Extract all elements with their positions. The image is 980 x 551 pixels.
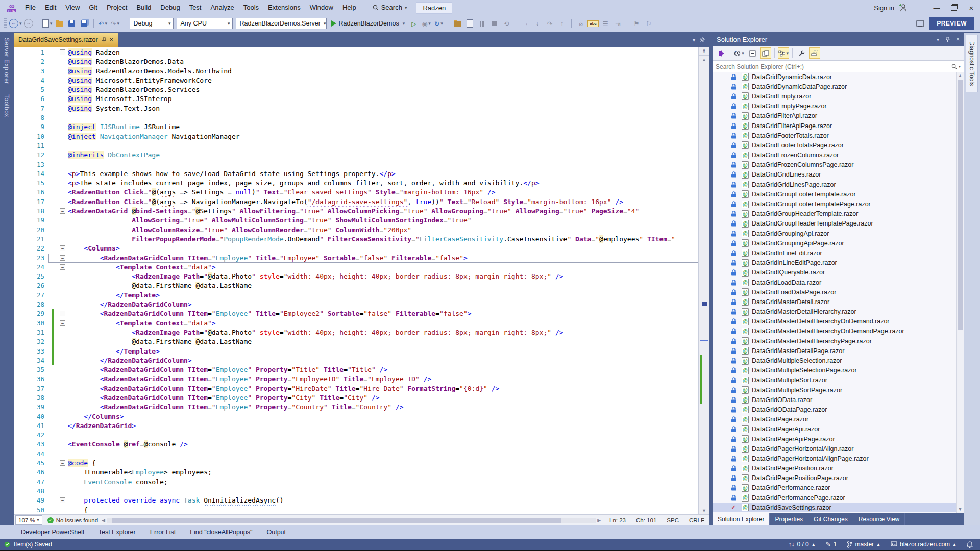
- file-item[interactable]: @DataGridPagerHorizontalAlign.razor: [713, 444, 964, 454]
- pending-changes-filter-icon[interactable]: [733, 47, 745, 59]
- menu-item-test[interactable]: Test: [185, 0, 206, 15]
- file-item[interactable]: @DataGridGroupHeaderTemplate.razor: [713, 209, 964, 219]
- code-line-29[interactable]: 29− <RadzenDataGridColumn TItem="Employe…: [14, 309, 698, 318]
- new-project-icon[interactable]: [42, 17, 53, 30]
- file-item[interactable]: ✓@DataGridSaveSettings.razor: [713, 503, 964, 512]
- menu-item-analyze[interactable]: Analyze: [206, 0, 238, 15]
- code-line-14[interactable]: 14<p>This example shows how to save/load…: [14, 169, 698, 179]
- code-line-6[interactable]: 6@using Microsoft.JSInterop: [14, 94, 698, 104]
- diagnostic-tools-tab[interactable]: Diagnostic Tools: [966, 35, 978, 92]
- scroll-up-icon[interactable]: ▲: [699, 56, 709, 63]
- code-line-8[interactable]: 8: [14, 113, 698, 122]
- file-item[interactable]: @DataGridPerformancePage.razor: [713, 493, 964, 503]
- git-branch-status[interactable]: master ▲: [847, 541, 880, 548]
- hot-reload-icon[interactable]: ↻: [433, 17, 444, 30]
- code-line-35[interactable]: 35 <RadzenDataGridColumn TItem="Employee…: [14, 365, 698, 374]
- panel-tab-error-list[interactable]: Error List: [143, 525, 183, 539]
- navigate-forward-icon[interactable]: →: [23, 17, 34, 30]
- solution-explorer-title-bar[interactable]: Solution Explorer ▾ ×: [713, 33, 964, 46]
- file-item[interactable]: @DataGridMasterDetailHierarchyPage.razor: [713, 336, 964, 346]
- sign-in-link[interactable]: Sign in: [874, 4, 894, 12]
- solution-explorer-search[interactable]: Search Solution Explorer (Ctrl+;) ▾: [713, 61, 964, 73]
- sync-with-active-document-icon[interactable]: [778, 47, 789, 59]
- step-over-icon[interactable]: ↓: [532, 17, 543, 30]
- tool-tab-git-changes[interactable]: Git Changes: [808, 513, 853, 525]
- menu-item-view[interactable]: View: [61, 0, 84, 15]
- code-line-13[interactable]: 13: [14, 160, 698, 169]
- code-line-4[interactable]: 4@using Microsoft.EntityFrameworkCore: [14, 76, 698, 85]
- file-item[interactable]: @DataGridMultipleSelectionPage.razor: [713, 366, 964, 375]
- file-item[interactable]: @DataGridGroupFooterTemplate.razor: [713, 189, 964, 199]
- code-line-25[interactable]: 25 <RadzenImage Path="@data.Photo" style…: [14, 272, 698, 281]
- fold-toggle-icon[interactable]: −: [60, 255, 65, 261]
- code-line-16[interactable]: 16<RadzenButton Click="@(args => Setting…: [14, 188, 698, 197]
- scroll-down-icon[interactable]: ▼: [699, 507, 709, 514]
- git-sync-status[interactable]: ↑↓ 0 / 0 ▲: [788, 541, 815, 548]
- split-editor-handle[interactable]: ▲▼: [699, 47, 709, 56]
- menu-item-tools[interactable]: Tools: [239, 0, 263, 15]
- zoom-level-dropdown[interactable]: 107 %: [15, 515, 42, 525]
- file-item[interactable]: @DataGridMultipleSort.razor: [713, 375, 964, 385]
- document-tab-active[interactable]: DataGridSaveSettings.razor ×: [14, 33, 118, 47]
- file-item[interactable]: @DataGridGroupingApi.razor: [713, 229, 964, 238]
- preview-selected-items-icon[interactable]: [809, 47, 820, 59]
- code-line-37[interactable]: 37 <RadzenDataGridColumn TItem="Employee…: [14, 384, 698, 393]
- file-item[interactable]: @DataGridMasterDetailHierarchyOnDemand.r…: [713, 317, 964, 327]
- file-item[interactable]: @DataGridMasterDetailPage.razor: [713, 346, 964, 356]
- file-item[interactable]: @DataGridMasterDetailHierarchyOnDemandPa…: [713, 327, 964, 336]
- search-icon[interactable]: [951, 64, 957, 69]
- save-icon[interactable]: [66, 17, 78, 30]
- undo-icon[interactable]: ↶: [97, 17, 109, 30]
- file-item[interactable]: @DataGridODataPage.razor: [713, 405, 964, 414]
- code-line-26[interactable]: 26 @data.FirstName @data.LastName: [14, 281, 698, 290]
- fold-toggle-icon[interactable]: −: [60, 311, 65, 316]
- code-line-23[interactable]: 23− <RadzenDataGridColumn TItem="Employe…: [14, 254, 698, 263]
- stop-debugging-icon[interactable]: [488, 17, 500, 30]
- toolbar-grip[interactable]: [4, 18, 7, 29]
- file-item[interactable]: @DataGridMasterDetail.razor: [713, 297, 964, 307]
- file-item[interactable]: @DataGridFilterApi.razor: [713, 111, 964, 121]
- code-line-21[interactable]: 21 FilterPopupRenderMode="PopupRenderMod…: [14, 235, 698, 244]
- scrollbar-track[interactable]: [107, 518, 596, 523]
- file-item[interactable]: @DataGridEmpty.razor: [713, 91, 964, 101]
- show-all-files-icon[interactable]: [760, 47, 771, 59]
- code-line-50[interactable]: 50 {: [14, 506, 698, 514]
- startup-projects-dropdown[interactable]: RadzenBlazorDemos.Server: [236, 18, 327, 29]
- solution-platforms-dropdown[interactable]: Any CPU: [177, 18, 233, 29]
- file-item[interactable]: @DataGridPerformance.razor: [713, 483, 964, 493]
- rail-tab-server-explorer[interactable]: Server Explorer: [0, 33, 13, 89]
- open-file-icon[interactable]: [54, 17, 65, 30]
- browse-with-icon[interactable]: [452, 17, 463, 30]
- tool-tab-resource-view[interactable]: Resource View: [853, 513, 905, 525]
- tool-tab-solution-explorer[interactable]: Solution Explorer: [713, 513, 770, 525]
- browser-link-icon[interactable]: [915, 17, 926, 30]
- close-tab-icon[interactable]: ×: [110, 36, 113, 43]
- file-item[interactable]: @DataGridFilterApiPage.razor: [713, 121, 964, 131]
- scrollbar-thumb[interactable]: [958, 80, 963, 330]
- bookmark-next-icon[interactable]: ⚐: [643, 17, 654, 30]
- file-item[interactable]: @DataGridPagerPositionPage.razor: [713, 473, 964, 483]
- code-line-48[interactable]: 48: [14, 487, 698, 496]
- fold-toggle-icon[interactable]: −: [60, 320, 65, 326]
- fold-toggle-icon[interactable]: −: [60, 208, 65, 214]
- pin-icon[interactable]: [945, 37, 950, 42]
- file-item[interactable]: @DataGridPagerHorizontalAlignPage.razor: [713, 454, 964, 463]
- file-item[interactable]: @DataGridLoadDataPage.razor: [713, 287, 964, 297]
- code-line-10[interactable]: 10@inject NavigationManager NavigationMa…: [14, 132, 698, 141]
- notifications-bell-icon[interactable]: [967, 541, 973, 548]
- horizontal-scrollbar[interactable]: ◀ ▶: [100, 515, 602, 525]
- file-item[interactable]: @DataGridFrozenColumnsPage.razor: [713, 160, 964, 170]
- solution-explorer-scrollbar[interactable]: ▲ ▼: [956, 72, 964, 513]
- break-all-icon[interactable]: [476, 17, 487, 30]
- fold-toggle-icon[interactable]: −: [60, 264, 65, 270]
- code-line-38[interactable]: 38 <RadzenDataGridColumn TItem="Employee…: [14, 393, 698, 403]
- navigate-backward-icon[interactable]: ←: [9, 17, 22, 30]
- file-item[interactable]: @DataGridLoadData.razor: [713, 278, 964, 287]
- code-line-9[interactable]: 9@inject IJSRuntime JSRuntime: [14, 122, 698, 132]
- tool-tab-properties[interactable]: Properties: [770, 513, 808, 525]
- file-item[interactable]: @DataGridGridLines.razor: [713, 170, 964, 180]
- maximize-button[interactable]: [945, 0, 963, 15]
- scroll-left-icon[interactable]: ◀: [100, 518, 107, 523]
- close-panel-icon[interactable]: ×: [956, 36, 960, 43]
- file-item[interactable]: @DataGridIQueryable.razor: [713, 268, 964, 278]
